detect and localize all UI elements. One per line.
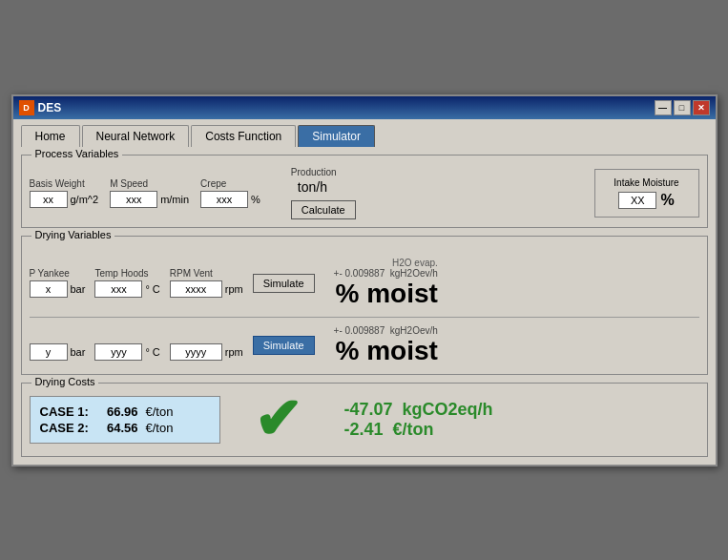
drying-variables-section: Drying Variables P Yankee bar Temp Hoods (21, 236, 708, 375)
intake-moisture-input[interactable] (618, 192, 656, 209)
intake-moisture-field-row: % (618, 192, 674, 209)
p-yankee-label-2 (30, 331, 86, 342)
drying-row-2: bar ° C rpm (30, 325, 699, 366)
moist-value-2: % moist (335, 336, 437, 366)
rpm-vent-label-1: RPM Vent (170, 268, 243, 279)
crepe-field-row: % (200, 191, 260, 208)
window-title: DES (38, 101, 62, 114)
case2-label: CASE 2: (40, 421, 93, 435)
process-variables-section: Process Variables Basis Weight g/m^2 M S… (21, 155, 708, 228)
costs-content: CASE 1: 66.96 €/ton CASE 2: 64.56 €/ton … (30, 391, 699, 448)
p-yankee-unit-2: bar (71, 346, 86, 358)
drying-row-1: P Yankee bar Temp Hoods ° C (30, 258, 699, 309)
m-speed-field-row: m/min (110, 191, 189, 208)
temp-hoods-input-2[interactable] (94, 343, 142, 361)
temp-hoods-unit-1: ° C (145, 283, 159, 295)
case1-label: CASE 1: (40, 404, 93, 419)
moist-value-1: % moist (335, 279, 437, 309)
temp-hoods-group-1: Temp Hoods ° C (94, 268, 159, 298)
intake-moisture-label: Intake Moisture (614, 177, 678, 188)
tab-home[interactable]: Home (21, 125, 80, 147)
drying-variables-legend: Drying Variables (31, 229, 115, 240)
drying-separator (30, 317, 699, 318)
calculate-button[interactable]: Calculate (291, 200, 356, 219)
production-unit: ton/h (298, 179, 327, 195)
process-variables-fields: Basis Weight g/m^2 M Speed m/min (30, 167, 699, 219)
basis-weight-field-row: g/m^2 (30, 191, 99, 208)
cost-row-1: CASE 1: 66.96 €/ton (40, 404, 210, 419)
p-yankee-field-row-1: bar (30, 280, 86, 298)
drying-costs-legend: Drying Costs (31, 376, 99, 387)
tab-simulator[interactable]: Simulator (298, 125, 375, 147)
case2-value: 64.56 (100, 421, 138, 435)
p-yankee-input-2[interactable] (30, 343, 68, 361)
basis-weight-label: Basis Weight (30, 178, 99, 189)
production-group: Production ton/h Calculate (291, 167, 356, 219)
m-speed-label: M Speed (110, 178, 189, 189)
result2-value: -2.41 (344, 420, 384, 439)
rpm-vent-input-2[interactable] (170, 343, 222, 361)
rpm-vent-label-2 (170, 331, 243, 342)
p-yankee-unit-1: bar (71, 283, 86, 295)
app-icon: D (19, 100, 34, 115)
crepe-group: Crepe % (200, 178, 260, 208)
tab-neural-network[interactable]: Neural Network (82, 125, 190, 147)
simulate-button-1[interactable]: Simulate (253, 274, 315, 293)
cost-row-2: CASE 2: 64.56 €/ton (40, 421, 210, 435)
close-button[interactable]: ✕ (693, 100, 710, 115)
checkmark-area: ✔ (239, 391, 316, 448)
temp-hoods-label-2 (94, 331, 159, 342)
result2-unit: €/ton (393, 420, 434, 439)
checkmark-icon: ✔ (254, 391, 302, 448)
temp-hoods-input-1[interactable] (94, 280, 142, 298)
tab-costs-function[interactable]: Costs Function (191, 125, 296, 147)
basis-weight-input[interactable] (30, 191, 68, 208)
evap-value-2: +- 0.009887 kgH2Oev/h (334, 325, 438, 336)
p-yankee-group-1: P Yankee bar (30, 268, 86, 298)
title-bar-left: D DES (19, 100, 62, 115)
production-field-row: ton/h (291, 179, 356, 195)
temp-hoods-label-1: Temp Hoods (94, 268, 159, 279)
m-speed-input[interactable] (110, 191, 157, 208)
rpm-vent-unit-2: rpm (225, 346, 243, 358)
temp-hoods-field-row-1: ° C (94, 280, 159, 298)
drying-right-2: +- 0.009887 kgH2Oev/h % moist (334, 325, 438, 366)
crepe-unit: % (251, 194, 260, 205)
rpm-vent-unit-1: rpm (225, 283, 243, 295)
rpm-vent-group-1: RPM Vent rpm (170, 268, 243, 298)
crepe-label: Crepe (200, 178, 260, 189)
h2o-evap-label-1: H2O evap. (392, 258, 438, 268)
temp-hoods-field-row-2: ° C (94, 343, 159, 361)
intake-moisture-unit: % (660, 192, 674, 209)
rpm-vent-group-2: rpm (170, 331, 243, 361)
main-content: Home Neural Network Costs Function Simul… (13, 119, 716, 465)
p-yankee-group-2: bar (30, 331, 86, 361)
simulate-button-2[interactable]: Simulate (253, 336, 315, 355)
title-bar: D DES — □ ✕ (13, 96, 716, 119)
main-window: D DES — □ ✕ Home Neural Network Costs Fu… (11, 94, 718, 467)
process-variables-legend: Process Variables (31, 148, 123, 159)
m-speed-unit: m/min (160, 194, 189, 205)
p-yankee-input-1[interactable] (30, 280, 68, 298)
minimize-button[interactable]: — (655, 100, 672, 115)
evap-unit-2: kgH2Oev/h (390, 325, 438, 336)
result1-unit: kgCO2eq/h (403, 400, 493, 419)
drying-costs-section: Drying Costs CASE 1: 66.96 €/ton CASE 2:… (21, 383, 708, 457)
case1-unit: €/ton (146, 404, 174, 419)
evap-num-1: +- 0.009887 (334, 268, 385, 279)
evap-unit-1: kgH2Oev/h (390, 268, 438, 279)
drying-vars-content: P Yankee bar Temp Hoods ° C (30, 244, 699, 366)
maximize-button[interactable]: □ (674, 100, 691, 115)
evap-num-2: +- 0.009887 (334, 325, 385, 336)
drying-right-1: H2O evap. +- 0.009887 kgH2Oev/h % moist (334, 258, 438, 309)
p-yankee-field-row-2: bar (30, 343, 86, 361)
result-line-1: -47.07 kgCO2eq/h (344, 400, 493, 420)
rpm-vent-input-1[interactable] (170, 280, 222, 298)
result-line-2: -2.41 €/ton (344, 420, 434, 440)
m-speed-group: M Speed m/min (110, 178, 189, 208)
case1-value: 66.96 (100, 404, 138, 419)
production-label: Production (291, 167, 356, 177)
crepe-input[interactable] (200, 191, 248, 208)
title-controls: — □ ✕ (655, 100, 710, 115)
intake-moisture-box: Intake Moisture % (594, 169, 699, 218)
